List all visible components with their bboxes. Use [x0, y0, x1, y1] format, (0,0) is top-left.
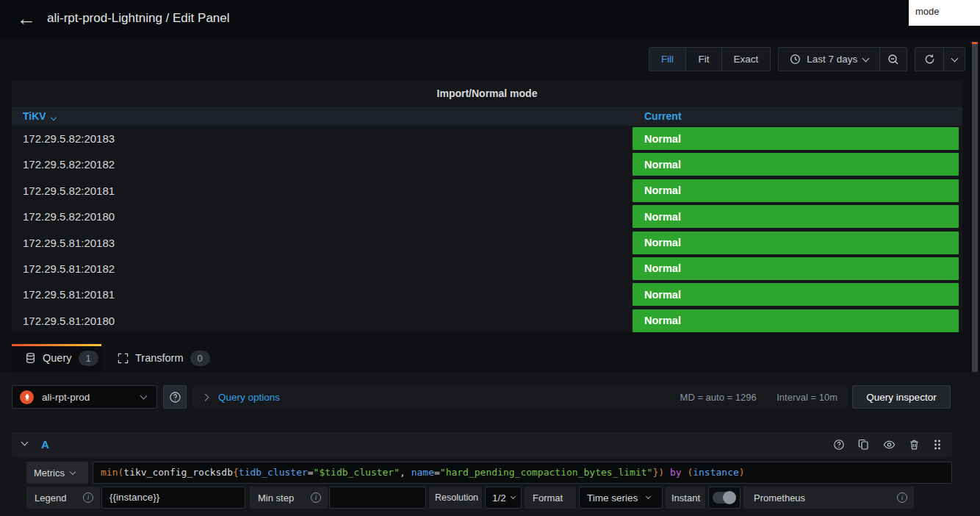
- tab-query-label: Query: [43, 352, 72, 364]
- instant-toggle[interactable]: [708, 487, 741, 509]
- table-row: 172.29.5.81:20181Normal: [12, 282, 962, 307]
- promql-token: tidb_cluster: [239, 467, 308, 478]
- promql-token: ,: [400, 467, 411, 478]
- status-badge: Normal: [633, 127, 959, 150]
- eye-icon[interactable]: [883, 439, 896, 451]
- zoom-out-button[interactable]: [880, 48, 907, 71]
- query-ref-id[interactable]: A: [41, 438, 49, 451]
- query-count-badge: 1: [79, 351, 98, 366]
- back-arrow-icon[interactable]: ←: [15, 7, 38, 31]
- refresh-icon: [924, 54, 935, 65]
- query-a-header[interactable]: A: [12, 432, 952, 457]
- time-range-label: Last 7 days: [807, 54, 857, 65]
- top-header: ← ali-rpt-prod-Lightning / Edit Panel: [0, 0, 980, 38]
- promql-token: {: [233, 467, 239, 478]
- resolution-select[interactable]: 1/2: [485, 487, 522, 509]
- mode-tooltip: mode: [909, 0, 980, 26]
- info-circle-icon[interactable]: i: [897, 492, 907, 503]
- table-body: 172.29.5.82:20183Normal172.29.5.82:20182…: [12, 126, 962, 332]
- legend-label: Legend: [35, 492, 66, 504]
- view-mode-group: Fill Fit Exact: [649, 47, 771, 71]
- duplicate-icon[interactable]: [858, 439, 870, 451]
- zoom-out-icon: [887, 54, 899, 65]
- status-badge: Normal: [633, 179, 959, 202]
- column-header-current[interactable]: Current: [644, 107, 682, 126]
- query-editor: ali-rpt-prod Query options MD = auto = 1…: [0, 372, 980, 516]
- tikv-instance-cell: 172.29.5.82:20182: [23, 151, 115, 177]
- tikv-instance-cell: 172.29.5.81:20183: [23, 230, 115, 256]
- table-header-row: TiKV Current: [12, 107, 962, 126]
- format-value: Time series: [587, 492, 638, 504]
- column-header-tikv[interactable]: TiKV: [23, 107, 56, 126]
- status-badge: Normal: [633, 309, 959, 332]
- tikv-instance-cell: 172.29.5.81:20182: [23, 256, 115, 282]
- tab-query[interactable]: Query 1: [12, 344, 101, 372]
- metrics-label: Metrics: [34, 467, 65, 479]
- table-row: 172.29.5.82:20181Normal: [12, 178, 962, 204]
- mode-tooltip-text: mode: [915, 6, 940, 17]
- query-stats: MD = auto = 1296 Interval = 10m: [663, 392, 837, 403]
- legend-input[interactable]: {{instance}}: [101, 487, 245, 509]
- tab-transform[interactable]: Transform 0: [115, 344, 210, 372]
- query-options-row[interactable]: Query options MD = auto = 1296 Interval …: [192, 385, 848, 409]
- promql-token: [664, 467, 670, 478]
- status-badge: Normal: [633, 232, 959, 254]
- datasource-name: ali-rpt-prod: [42, 392, 90, 403]
- clock-icon: [790, 54, 801, 65]
- tab-transform-label: Transform: [135, 352, 184, 364]
- query-inspector-button[interactable]: Query inspector: [852, 385, 951, 409]
- promql-token: "$tidb_cluster": [314, 467, 400, 478]
- promql-token: min: [101, 467, 118, 478]
- status-badge: Normal: [633, 205, 959, 228]
- format-label-box: Format: [525, 487, 576, 509]
- drag-handle-icon[interactable]: [933, 439, 942, 451]
- refresh-button[interactable]: [915, 48, 944, 71]
- database-icon: [25, 352, 36, 364]
- chevron-down-icon: [951, 54, 958, 62]
- query-action-icons: [833, 432, 942, 457]
- min-step-label-box: Min step i: [250, 487, 328, 509]
- tikv-instance-cell: 172.29.5.82:20181: [23, 178, 115, 204]
- table-row: 172.29.5.82:20183Normal: [12, 126, 962, 151]
- min-step-label: Min step: [258, 492, 294, 504]
- exact-button[interactable]: Exact: [722, 48, 770, 71]
- prometheus-icon: [20, 390, 34, 404]
- metrics-mode-dropdown[interactable]: Metrics: [26, 462, 88, 484]
- instant-label: Instant: [671, 492, 700, 504]
- promql-token: =: [434, 467, 440, 478]
- chevron-down-icon: [511, 494, 516, 499]
- resolution-label-box: Resolution: [429, 487, 482, 509]
- toggle-knob: [723, 491, 736, 504]
- info-circle-icon[interactable]: i: [83, 492, 93, 503]
- trash-icon[interactable]: [909, 439, 920, 451]
- chevron-right-icon: [202, 393, 209, 401]
- transform-icon: [118, 353, 129, 364]
- tikv-instance-cell: 172.29.5.81:20180: [23, 308, 115, 332]
- format-select[interactable]: Time series: [579, 487, 663, 509]
- legend-label-box: Legend i: [26, 487, 100, 509]
- help-circle-icon[interactable]: [833, 439, 845, 451]
- info-circle-icon[interactable]: i: [311, 492, 321, 503]
- transform-count-badge: 0: [190, 351, 210, 366]
- table-row: 172.29.5.82:20180Normal: [12, 204, 962, 229]
- collapse-chevron-icon[interactable]: [21, 439, 29, 446]
- resolution-label: Resolution: [435, 492, 478, 503]
- scrollbar-orange-marker: [972, 42, 978, 44]
- promql-expression-input[interactable]: min(tikv_config_rocksdb{tidb_cluster="$t…: [93, 462, 952, 484]
- table-row: 172.29.5.81:20182Normal: [12, 256, 962, 282]
- promql-token: name: [411, 467, 434, 478]
- table-row: 172.29.5.82:20182Normal: [12, 151, 962, 177]
- tikv-instance-cell: 172.29.5.82:20180: [23, 204, 115, 229]
- format-label: Format: [533, 492, 563, 504]
- datasource-help-button[interactable]: [163, 385, 187, 409]
- datasource-type-box: Prometheus i: [743, 487, 914, 509]
- datasource-picker[interactable]: ali-rpt-prod: [12, 385, 157, 409]
- datasource-type-label: Prometheus: [754, 492, 805, 504]
- fit-button[interactable]: Fit: [686, 48, 722, 71]
- fill-button[interactable]: Fill: [649, 48, 686, 71]
- time-range-button[interactable]: Last 7 days: [779, 48, 880, 71]
- refresh-interval-dropdown[interactable]: [944, 48, 965, 71]
- min-step-input[interactable]: [329, 487, 426, 509]
- interval-text: Interval = 10m: [777, 392, 837, 403]
- toggle-track: [713, 492, 736, 504]
